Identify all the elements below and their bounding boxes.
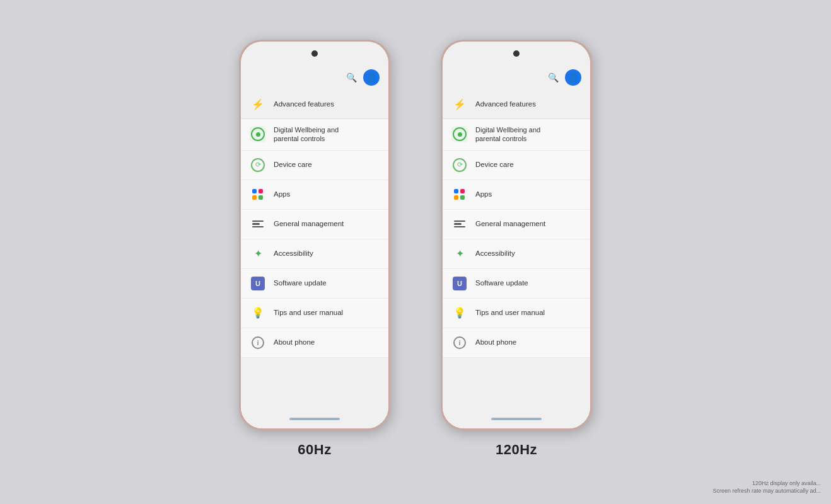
phone-label-phone-120hz: 120Hz: [496, 442, 537, 458]
about-phone-icon: i: [250, 335, 266, 351]
settings-item-about-phone[interactable]: iAbout phone: [443, 328, 590, 358]
settings-item-label-digital-wellbeing: Digital Wellbeing and parental controls: [475, 125, 540, 144]
settings-item-label-software-update: Software update: [274, 278, 327, 288]
settings-item-accessibility[interactable]: ✦Accessibility: [241, 239, 388, 269]
disclaimer-text: 120Hz display only availa... Screen refr…: [712, 479, 821, 495]
phone-top-bar: [241, 42, 388, 66]
settings-item-label-apps: Apps: [274, 190, 290, 199]
settings-item-label-advanced-features: Advanced features: [274, 100, 334, 109]
settings-item-label-about-phone: About phone: [274, 338, 315, 347]
settings-item-label-device-care: Device care: [475, 160, 514, 169]
advanced-features-icon: ⚡: [250, 96, 266, 112]
settings-item-label-software-update: Software update: [475, 278, 528, 288]
search-icon[interactable]: 🔍: [346, 72, 357, 83]
settings-item-device-care[interactable]: ⟳Device care: [241, 151, 388, 180]
settings-item-accessibility[interactable]: ✦Accessibility: [443, 239, 590, 269]
settings-item-label-accessibility: Accessibility: [274, 249, 313, 258]
camera-dot: [513, 50, 520, 57]
about-phone-icon: i: [451, 335, 468, 351]
settings-item-general-management[interactable]: General management: [241, 210, 388, 239]
general-management-icon: [250, 216, 266, 232]
digital-wellbeing-icon: [451, 126, 468, 142]
phones-comparison-container: 🔍👤⚡Advanced featuresDigital Wellbeing an…: [239, 40, 592, 458]
phone-top-bar: [443, 42, 590, 66]
accessibility-icon: ✦: [451, 246, 468, 262]
user-avatar[interactable]: 👤: [565, 69, 581, 86]
settings-item-apps[interactable]: Apps: [443, 180, 590, 210]
phone-wrapper-phone-60hz: 🔍👤⚡Advanced featuresDigital Wellbeing an…: [239, 40, 390, 458]
settings-item-general-management[interactable]: General management: [443, 210, 590, 239]
tips-icon: 💡: [451, 305, 468, 321]
general-management-icon: [451, 216, 468, 232]
settings-item-tips[interactable]: 💡Tips and user manual: [443, 299, 590, 328]
phone-wrapper-phone-120hz: 🔍👤⚡Advanced featuresDigital Wellbeing an…: [441, 40, 592, 458]
phone-frame-phone-60hz: 🔍👤⚡Advanced featuresDigital Wellbeing an…: [239, 40, 390, 430]
advanced-features-icon: ⚡: [451, 96, 468, 112]
settings-item-apps[interactable]: Apps: [241, 180, 388, 210]
settings-item-software-update[interactable]: USoftware update: [443, 269, 590, 299]
settings-item-device-care[interactable]: ⟳Device care: [443, 151, 590, 180]
settings-item-about-phone[interactable]: iAbout phone: [241, 328, 388, 358]
settings-header: 🔍👤: [443, 66, 590, 89]
settings-item-label-general-management: General management: [475, 219, 545, 229]
digital-wellbeing-icon: [250, 126, 266, 142]
settings-item-label-device-care: Device care: [274, 160, 312, 169]
settings-item-label-digital-wellbeing: Digital Wellbeing and parental controls: [274, 125, 339, 144]
software-update-icon: U: [250, 275, 266, 292]
settings-item-digital-wellbeing[interactable]: Digital Wellbeing and parental controls: [241, 119, 388, 151]
search-icon[interactable]: 🔍: [548, 72, 559, 83]
user-avatar[interactable]: 👤: [363, 69, 380, 86]
phone-frame-phone-120hz: 🔍👤⚡Advanced featuresDigital Wellbeing an…: [441, 40, 592, 430]
settings-item-label-about-phone: About phone: [475, 338, 516, 347]
settings-item-label-general-management: General management: [274, 219, 344, 229]
phone-bottom-bar: [443, 410, 590, 428]
phone-label-phone-60hz: 60Hz: [298, 442, 331, 458]
settings-header: 🔍👤: [241, 66, 388, 89]
settings-item-advanced-features[interactable]: ⚡Advanced features: [241, 89, 388, 119]
apps-icon: [451, 186, 468, 203]
accessibility-icon: ✦: [250, 246, 266, 262]
camera-dot: [311, 50, 318, 57]
settings-item-label-advanced-features: Advanced features: [475, 100, 536, 109]
settings-item-digital-wellbeing[interactable]: Digital Wellbeing and parental controls: [443, 119, 590, 151]
settings-item-label-apps: Apps: [475, 190, 492, 199]
settings-item-label-accessibility: Accessibility: [475, 249, 515, 258]
phone-bottom-bar: [241, 410, 388, 428]
home-indicator: [289, 418, 340, 420]
settings-item-software-update[interactable]: USoftware update: [241, 269, 388, 299]
settings-item-label-tips: Tips and user manual: [274, 308, 343, 318]
device-care-icon: ⟳: [451, 157, 468, 173]
settings-item-advanced-features[interactable]: ⚡Advanced features: [443, 89, 590, 119]
settings-list: ⚡Advanced featuresDigital Wellbeing and …: [443, 89, 590, 410]
software-update-icon: U: [451, 275, 468, 292]
device-care-icon: ⟳: [250, 157, 266, 173]
apps-icon: [250, 186, 266, 203]
tips-icon: 💡: [250, 305, 266, 321]
settings-item-label-tips: Tips and user manual: [475, 308, 545, 318]
settings-item-tips[interactable]: 💡Tips and user manual: [241, 299, 388, 328]
settings-list: ⚡Advanced featuresDigital Wellbeing and …: [241, 89, 388, 410]
home-indicator: [491, 418, 542, 420]
